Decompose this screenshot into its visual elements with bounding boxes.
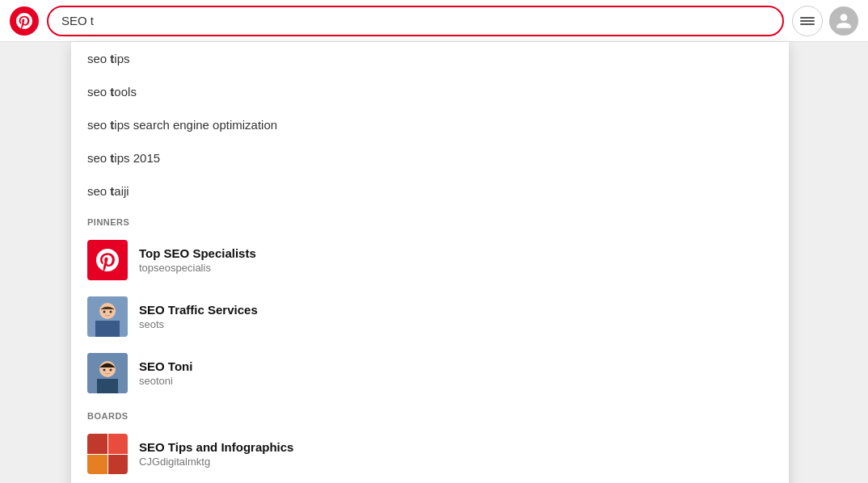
menu-button[interactable] xyxy=(792,6,823,36)
pinner-text-seo-traffic: SEO Traffic Services seots xyxy=(139,303,258,330)
pinner-sub-seo-traffic: seots xyxy=(139,318,258,330)
pinner-name-top-seo: Top SEO Specialists xyxy=(139,246,256,260)
pinner-avatar-seo-traffic xyxy=(87,296,128,337)
svg-rect-2 xyxy=(95,321,120,337)
board-text-seo-tips-infographics: SEO Tips and Infographics CJGdigitalmktg xyxy=(139,440,293,468)
pinner-name-seo-traffic: SEO Traffic Services xyxy=(139,303,258,317)
pinner-seo-toni[interactable]: SEO Toni seotoni xyxy=(71,345,789,401)
board-name-seo-tips-infographics: SEO Tips and Infographics xyxy=(139,440,293,454)
pinner-text-top-seo: Top SEO Specialists topseospecialis xyxy=(139,246,256,274)
svg-point-10 xyxy=(110,369,112,372)
search-input[interactable] xyxy=(47,6,784,36)
pinner-sub-seo-toni: seotoni xyxy=(139,375,192,387)
pinner-seo-traffic-services[interactable]: SEO Traffic Services seots xyxy=(71,288,789,345)
svg-point-9 xyxy=(103,369,106,372)
pinner-name-seo-toni: SEO Toni xyxy=(139,359,192,373)
pinner-sub-top-seo: topseospecialis xyxy=(139,262,256,274)
pinner-top-seo-specialists[interactable]: Top SEO Specialists topseospecialis xyxy=(71,232,789,288)
board-avatar-seo-tips-infographics xyxy=(87,434,128,474)
nav-icons xyxy=(792,6,858,36)
suggestion-seo-tips[interactable]: seo tips xyxy=(71,42,789,75)
suggestion-seo-tools[interactable]: seo tools xyxy=(71,75,789,108)
pinterest-logo[interactable] xyxy=(10,6,39,36)
board-seo-tips-infographics[interactable]: SEO Tips and Infographics CJGdigitalmktg xyxy=(71,426,789,482)
search-dropdown: seo tips seo tools seo tips search engin… xyxy=(71,42,789,483)
svg-rect-8 xyxy=(97,379,118,393)
board-sub-seo-tips-infographics: CJGdigitalmktg xyxy=(139,456,293,468)
pinner-text-seo-toni: SEO Toni seotoni xyxy=(139,359,192,387)
navbar xyxy=(0,0,868,42)
suggestion-seo-taiji[interactable]: seo taiji xyxy=(71,174,789,208)
pinner-avatar-seo-toni xyxy=(87,353,128,393)
user-avatar-button[interactable] xyxy=(829,6,858,36)
pinners-header: PINNERS xyxy=(71,208,789,232)
suggestion-seo-tips-2015[interactable]: seo tips 2015 xyxy=(71,141,789,174)
svg-point-5 xyxy=(110,311,112,313)
suggestion-seo-tips-seo[interactable]: seo tips search engine optimization xyxy=(71,108,789,141)
boards-header: BOARDS xyxy=(71,401,789,426)
svg-point-4 xyxy=(103,311,106,313)
pinner-avatar-top-seo xyxy=(87,240,128,280)
